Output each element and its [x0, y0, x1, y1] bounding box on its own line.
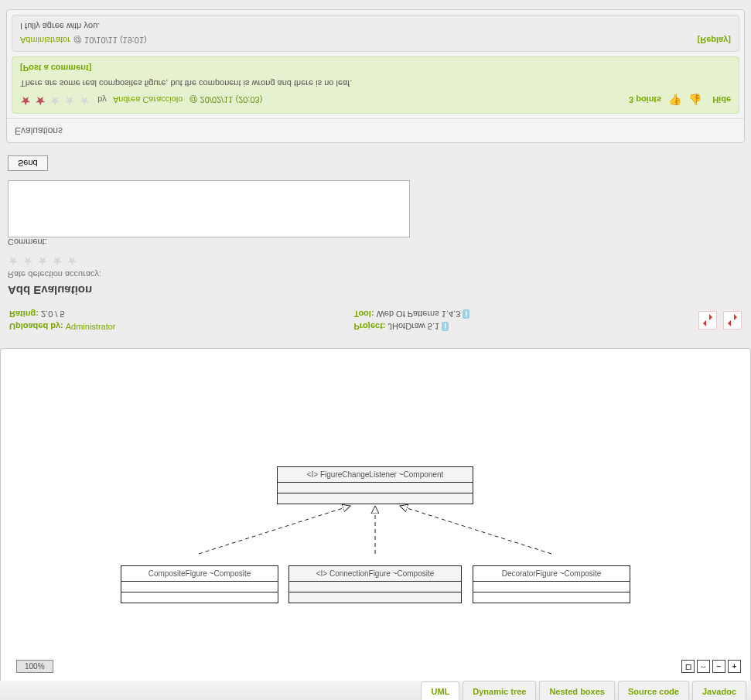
zoom-in-icon[interactable]: +: [728, 660, 741, 673]
action-buttons: [698, 311, 742, 330]
star-3[interactable]: [37, 254, 49, 267]
comment-textarea[interactable]: [8, 180, 410, 237]
uploaded-by-link[interactable]: Administrator: [66, 322, 116, 331]
star-5[interactable]: [67, 254, 79, 267]
uploaded-by-label: Uploaded by:: [9, 322, 63, 331]
rating-stars: [8, 253, 743, 267]
uml-diagram-panel: 100% ◻ ↔ − + CompositeFigure ~Composite …: [0, 348, 751, 681]
expand-icon[interactable]: [723, 311, 742, 330]
star-empty-icon: [64, 94, 77, 107]
thumbs-up-icon[interactable]: 👍: [688, 93, 702, 107]
rating-value: 2.0 / 5: [41, 309, 65, 319]
project-label: Project:: [354, 322, 386, 331]
uml-class-connection-figure[interactable]: <I> ConnectionFigure ~Composite: [288, 565, 462, 603]
star-filled-icon: [20, 94, 32, 107]
star-4[interactable]: [52, 254, 64, 267]
star-empty-icon: [49, 94, 62, 107]
evaluations-panel: Evaluations by Andrea Caracciolo @ 20/02…: [6, 9, 745, 143]
eval-by-prefix: by: [97, 95, 107, 104]
star-empty-icon: [79, 94, 91, 107]
view-tabs: UML Dynamic tree Nested boxes Source cod…: [0, 681, 751, 700]
evaluation-item: by Andrea Caracciolo @ 20/02/11 (20:03) …: [12, 56, 739, 114]
rate-accuracy-label: Rate detection accuracy:: [8, 270, 743, 279]
tab-dynamic-tree[interactable]: Dynamic tree: [463, 681, 536, 700]
diagram-toolbar: ◻ ↔ − +: [681, 660, 741, 673]
tab-nested-boxes[interactable]: Nested boxes: [539, 681, 615, 700]
info-icon[interactable]: i: [442, 322, 449, 331]
reply-author-link[interactable]: Administrator: [20, 36, 70, 45]
tool-label: Tool:: [354, 309, 374, 319]
eval-points: 3 points: [629, 95, 661, 104]
svg-line-0: [199, 506, 350, 554]
uml-class-figure-change-listener[interactable]: <I> FigureChangeListener ~Component: [277, 466, 473, 504]
tool-value: Web Of Patterns 1.4.3: [377, 309, 461, 319]
eval-stars: [20, 93, 91, 107]
tab-source-code[interactable]: Source code: [618, 681, 689, 700]
post-comment-link[interactable]: [Post a comment]: [20, 63, 91, 73]
add-evaluation-heading: Add Evaluation: [8, 284, 743, 297]
tab-uml[interactable]: UML: [421, 681, 459, 700]
fit-width-icon[interactable]: ↔: [697, 660, 710, 673]
evaluation-reply: Administrator @ 10/10/11 (19:01) [Replay…: [12, 15, 739, 52]
send-button[interactable]: Send: [8, 155, 48, 171]
uml-class-composite-figure[interactable]: CompositeFigure ~Composite: [121, 565, 278, 603]
star-1[interactable]: [8, 254, 20, 267]
meta-info-row: Uploaded by: Administrator Rating: 2.0 /…: [5, 303, 746, 337]
rating-label: Rating:: [9, 309, 39, 319]
info-icon[interactable]: i: [463, 309, 469, 319]
eval-author-link[interactable]: Andrea Caracciolo: [113, 95, 183, 104]
uml-class-decorator-figure[interactable]: DecoratorFigure ~Composite: [473, 565, 630, 603]
star-filled-icon: [35, 94, 47, 107]
zoom-level[interactable]: 100%: [16, 660, 53, 673]
evaluations-header: Evaluations: [7, 118, 744, 142]
comment-label: Comment:: [8, 237, 743, 247]
reply-link[interactable]: [Replay]: [698, 36, 731, 45]
collapse-icon[interactable]: [698, 311, 717, 330]
tab-javadoc[interactable]: Javadoc: [692, 681, 746, 700]
fit-icon[interactable]: ◻: [681, 660, 695, 673]
eval-timestamp: @ 20/02/11 (20:03): [189, 95, 262, 104]
svg-line-2: [400, 506, 551, 554]
project-value: JHotDraw 5.1: [388, 322, 440, 331]
reply-body-text: I fully agree with you.: [20, 22, 731, 31]
zoom-out-icon[interactable]: −: [712, 660, 725, 673]
thumbs-down-icon[interactable]: 👎: [667, 93, 681, 107]
star-2[interactable]: [22, 254, 35, 267]
eval-body-text: There are some real composites figure, b…: [20, 79, 731, 88]
reply-timestamp: @ 10/10/11 (19:01): [73, 36, 147, 45]
hide-link[interactable]: Hide: [712, 95, 731, 104]
uml-relations: [1, 349, 750, 681]
